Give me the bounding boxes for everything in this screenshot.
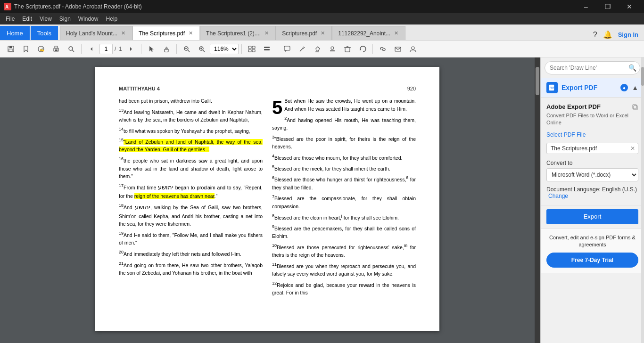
tab-close-scriptures[interactable]: ✕ [188, 30, 194, 37]
tab-close-scripturespdf[interactable]: ✕ [320, 30, 326, 37]
col2-v7: 7Blessed are the compassionate, for they… [272, 193, 416, 210]
comment-icon [283, 45, 291, 53]
comment-button[interactable] [280, 42, 294, 56]
svg-rect-27 [264, 47, 270, 48]
close-button[interactable]: ✕ [619, 0, 640, 13]
sep4 [241, 44, 242, 54]
col1-v19: 19And He said to them, "Follow Me, and I… [119, 230, 263, 247]
panel-scrollbar[interactable] [641, 57, 644, 343]
trial-button[interactable]: Free 7-Day Trial [546, 253, 638, 268]
bookmark-button[interactable] [19, 42, 33, 56]
link-button[interactable] [376, 42, 390, 56]
file-input-clear-button[interactable]: ✕ [627, 143, 638, 154]
select-pdf-link[interactable]: Select PDF File [546, 131, 638, 138]
tab-close-scriptures1[interactable]: ✕ [264, 30, 270, 37]
svg-line-12 [72, 50, 74, 52]
menu-help[interactable]: Help [102, 13, 122, 24]
panel-collapse-button[interactable]: ❮ [540, 191, 541, 210]
col2-v8: 8Blessed are the clean in heart,j for th… [272, 212, 416, 221]
stamp-button[interactable] [325, 42, 339, 56]
export-button[interactable]: Export [546, 209, 638, 224]
toolbar: ✍ / 1 116% [0, 41, 644, 57]
menu-edit[interactable]: Edit [18, 13, 36, 24]
undo-icon [359, 45, 366, 53]
svg-text:A: A [5, 4, 8, 9]
tab-tools[interactable]: Tools [31, 26, 58, 40]
export-badge: ● [620, 84, 628, 91]
email-button[interactable] [391, 42, 405, 56]
email-icon [394, 45, 402, 53]
col2-v3: 3"Blessed are the poor in spirit, for th… [272, 134, 416, 151]
pen-icon [298, 45, 306, 53]
menu-window[interactable]: Window [74, 13, 102, 24]
restore-button[interactable]: ❐ [597, 0, 619, 13]
print-button[interactable] [49, 42, 63, 56]
export-pdf-title: Export PDF [561, 84, 617, 91]
pdf-page: MATTITHYAHU 4 920 had been put in prison… [95, 67, 439, 331]
scrolling-options-button[interactable] [260, 42, 274, 56]
sep6 [372, 44, 373, 54]
convert-to-select[interactable]: Microsoft Word (*.docx) Microsoft Excel … [546, 168, 638, 181]
menu-sign[interactable]: Sign [56, 13, 74, 24]
esign-icon: ✍ [37, 45, 45, 53]
link-icon [379, 45, 387, 53]
adobe-export-section: Adobe Export PDF Convert PDF Files to Wo… [541, 98, 644, 205]
col2-v12: 12Rejoice and be glad, because your rewa… [272, 280, 416, 297]
export-pdf-header[interactable]: PDF Export PDF ● ▲ [541, 78, 644, 98]
tab-scripturespdf[interactable]: Scriptures.pdf ✕ [276, 26, 332, 40]
hand-tool-button[interactable] [159, 42, 173, 56]
chapter-header: MATTITHYAHU 4 920 [119, 86, 416, 91]
sign-in-button[interactable]: Sign In [616, 31, 640, 38]
tab-anoint[interactable]: 111282292_Anoint... ✕ [332, 26, 405, 40]
convert-to-label: Convert to [546, 160, 638, 166]
acrobat-icon: A [4, 3, 11, 10]
zoom-in-button[interactable] [195, 42, 209, 56]
window-title: The Scriptures.pdf - Adobe Acrobat Reade… [14, 3, 572, 10]
prev-page-button[interactable] [84, 42, 99, 56]
page-number-input[interactable] [99, 44, 113, 54]
menu-view[interactable]: View [36, 13, 56, 24]
delete-button[interactable] [340, 42, 355, 56]
col2-v6: 6Blessed are those who hunger and thirst… [272, 174, 416, 191]
pdf-viewer[interactable]: MATTITHYAHU 4 920 had been put in prison… [0, 57, 535, 343]
find-button[interactable] [64, 42, 78, 56]
scroll-thumb[interactable] [536, 67, 539, 95]
tab-close-anoint[interactable]: ✕ [393, 30, 399, 37]
next-page-icon [127, 45, 135, 53]
doc-language-change-link[interactable]: Change [548, 193, 568, 199]
col1-v15: 15"Land of Zebulun and land of Naphtali,… [119, 137, 263, 154]
svg-rect-23 [248, 46, 251, 49]
undo-button[interactable] [355, 42, 370, 56]
esign-button[interactable]: ✍ [34, 42, 48, 56]
panel-scroll-thumb[interactable] [641, 67, 644, 86]
prev-page-icon [88, 45, 95, 53]
svg-marker-30 [285, 50, 287, 52]
tab-holyland[interactable]: Holy Land's Mount... ✕ [60, 26, 132, 40]
zoom-out-button[interactable] [180, 42, 194, 56]
panel-search-input[interactable] [545, 61, 640, 74]
chapter-left: MATTITHYAHU 4 [119, 86, 160, 91]
svg-marker-15 [149, 46, 154, 52]
menu-file[interactable]: File [2, 13, 18, 24]
view-options-button[interactable] [245, 42, 259, 56]
next-page-button[interactable] [124, 42, 138, 56]
select-tool-button[interactable] [144, 42, 158, 56]
zoom-select[interactable]: 116% [210, 44, 239, 54]
pen-button[interactable] [295, 42, 309, 56]
export-chevron-icon: ▲ [632, 84, 638, 91]
profile-button[interactable] [406, 42, 420, 56]
notification-icon-btn[interactable]: 🔔 [601, 29, 614, 40]
tab-close-holyland[interactable]: ✕ [120, 30, 126, 37]
minimize-button[interactable]: – [575, 0, 597, 13]
highlighter-button[interactable] [310, 42, 324, 56]
tab-home[interactable]: Home [0, 26, 30, 40]
col1-v16: 16the people who sat in darkness saw a g… [119, 155, 263, 180]
help-icon-btn[interactable]: ? [591, 30, 599, 40]
svg-point-42 [412, 47, 414, 49]
svg-marker-5 [24, 46, 28, 52]
tab-scriptures[interactable]: The Scriptures.pdf ✕ [132, 26, 200, 40]
scroll-bar[interactable] [535, 57, 540, 343]
save-button[interactable] [4, 42, 18, 56]
tab-scriptures1[interactable]: The Scriptures1 (2).... ✕ [200, 26, 276, 40]
menu-bar: File Edit View Sign Window Help [0, 13, 644, 24]
